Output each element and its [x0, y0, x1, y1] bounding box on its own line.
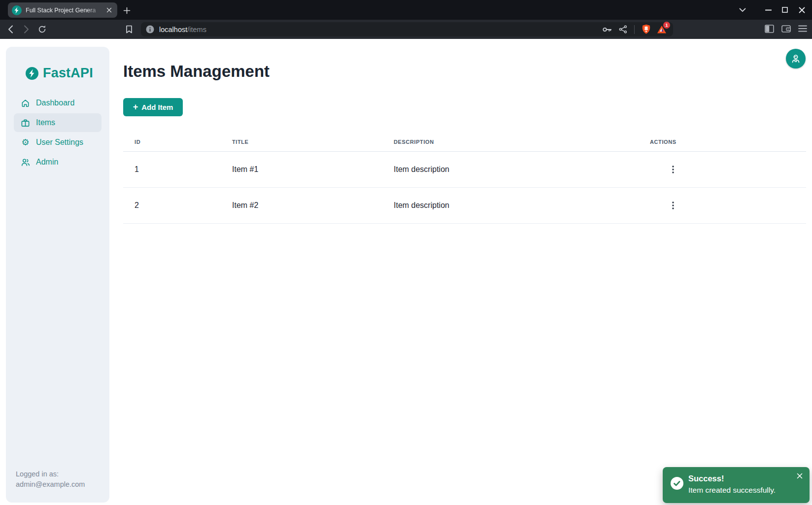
site-info-icon[interactable] [146, 25, 154, 34]
minimize-button[interactable] [760, 0, 777, 20]
table-header-row: ID TITLE DESCRIPTION ACTIONS [123, 127, 806, 152]
success-toast: Success! Item created successfully. [663, 467, 810, 503]
table-row: 2 Item #2 Item description [123, 188, 806, 224]
sidebar-item-items[interactable]: Items [14, 113, 102, 132]
tab-close-icon[interactable] [104, 6, 113, 15]
key-icon[interactable] [601, 23, 613, 36]
sidebar-item-label: Admin [36, 158, 58, 167]
app-logo-text: FastAPI [43, 66, 93, 81]
users-icon [21, 158, 30, 167]
add-item-label: Add Item [141, 103, 173, 111]
window-controls [734, 0, 812, 20]
page-title: Items Management [123, 62, 270, 81]
cell-id: 1 [123, 165, 221, 174]
share-icon[interactable] [616, 23, 629, 36]
sidebar-nav: Dashboard Items ⚙ User Settings [6, 94, 109, 171]
sidebar-item-label: Dashboard [36, 99, 74, 107]
user-icon [790, 53, 801, 64]
row-actions-menu-icon[interactable] [667, 164, 679, 175]
fastapi-logo-icon [26, 67, 38, 80]
menu-icon[interactable] [796, 22, 809, 35]
sidebar-item-admin[interactable]: Admin [14, 153, 102, 171]
sidebar-item-label: User Settings [36, 138, 83, 147]
cell-description: Item description [382, 201, 639, 210]
maximize-button[interactable] [777, 0, 793, 20]
logged-in-email: admin@example.com [16, 479, 85, 490]
page-content [0, 39, 812, 505]
sidebar-item-user-settings[interactable]: ⚙ User Settings [14, 133, 102, 152]
sidebar-item-dashboard[interactable]: Dashboard [14, 94, 102, 112]
toast-message: Item created successfully. [688, 486, 776, 495]
sidebar-panel-icon[interactable] [763, 22, 776, 35]
url-host: localhost [159, 26, 187, 34]
reload-button[interactable] [34, 22, 49, 37]
user-avatar-button[interactable] [786, 49, 806, 68]
toast-close-icon[interactable] [795, 471, 805, 481]
table-row: 1 Item #1 Item description [123, 152, 806, 188]
browser-tab[interactable]: Full Stack Project Genera [8, 2, 117, 18]
tab-search-chevron-icon[interactable] [734, 0, 751, 20]
check-circle-icon [671, 477, 683, 490]
column-header-description: DESCRIPTION [382, 139, 639, 145]
tab-title: Full Stack Project Genera [26, 7, 104, 14]
forward-button[interactable] [19, 22, 34, 37]
cell-description: Item description [382, 165, 639, 174]
cell-title: Item #1 [221, 165, 382, 174]
plus-icon: + [133, 102, 138, 111]
gear-icon: ⚙ [21, 138, 30, 147]
column-header-id: ID [123, 139, 221, 145]
cell-id: 2 [123, 201, 221, 210]
brave-rewards-icon[interactable]: 1 [655, 23, 668, 36]
app-logo: FastAPI [6, 47, 109, 81]
add-item-button[interactable]: + Add Item [123, 98, 183, 116]
row-actions-menu-icon[interactable] [667, 200, 679, 211]
briefcase-icon [21, 118, 30, 128]
rewards-badge: 1 [663, 22, 670, 29]
tab-strip: Full Stack Project Genera [0, 0, 812, 20]
home-icon [21, 99, 30, 108]
fastapi-favicon-icon [12, 5, 22, 15]
wallet-icon[interactable] [779, 22, 792, 35]
brave-shield-icon[interactable] [640, 23, 652, 36]
url-text: localhost/items [159, 26, 601, 34]
new-tab-button[interactable] [120, 3, 134, 17]
column-header-actions: ACTIONS [639, 139, 806, 145]
bookmark-icon[interactable] [122, 22, 136, 36]
url-bar[interactable]: localhost/items [141, 22, 673, 36]
logged-in-info: Logged in as: admin@example.com [16, 469, 85, 490]
logged-in-label: Logged in as: [16, 469, 85, 479]
back-button[interactable] [3, 22, 18, 37]
sidebar-item-label: Items [36, 118, 55, 127]
sidebar: FastAPI Dashboard Items ⚙ U [6, 47, 109, 503]
column-header-title: TITLE [221, 139, 382, 145]
url-path: /items [187, 26, 206, 34]
toolbar-divider [634, 25, 635, 34]
items-table: ID TITLE DESCRIPTION ACTIONS 1 Item #1 I… [123, 127, 806, 224]
close-window-button[interactable] [793, 0, 810, 20]
browser-window: Full Stack Project Genera [0, 0, 812, 505]
toast-title: Success! [688, 474, 776, 483]
cell-title: Item #2 [221, 201, 382, 210]
